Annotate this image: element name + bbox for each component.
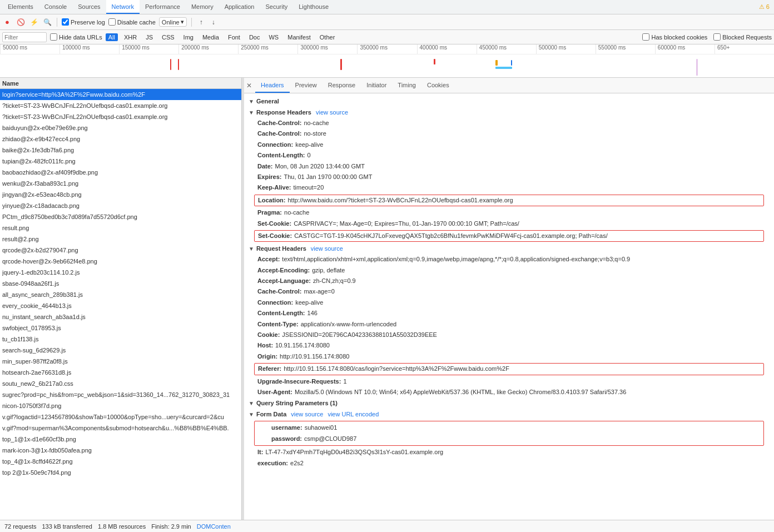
tab-elements[interactable]: Elements	[2, 0, 39, 14]
request-item[interactable]: ?ticket=ST-23-WvBCnJFnL22nOUefbqsd-cas01…	[0, 111, 241, 122]
clear-button[interactable]: 🚫	[16, 17, 26, 27]
tab-preview[interactable]: Preview	[290, 78, 322, 93]
header-value: application/x-www-form-urlencoded	[301, 320, 396, 329]
header-name: Origin:	[257, 352, 277, 361]
tab-timing[interactable]: Timing	[392, 78, 421, 93]
filter-type-img[interactable]: Img	[181, 33, 196, 41]
filter-type-xhr[interactable]: XHR	[121, 33, 140, 41]
general-section-header[interactable]: ▼ General	[244, 96, 774, 107]
filter-type-manifest[interactable]: Manifest	[285, 33, 314, 41]
download-button[interactable]: ↓	[209, 17, 219, 27]
request-item[interactable]: every_cookie_4644b13.js	[0, 300, 241, 311]
request-item[interactable]: soutu_new2_6b217a0.css	[0, 378, 241, 389]
request-item[interactable]: ?ticket=ST-23-WvBCnJFnL22nOUefbqsd-cas01…	[0, 100, 241, 111]
filter-type-media[interactable]: Media	[200, 33, 222, 41]
timeline: 50000 ms 100000 ms 150000 ms 200000 ms 2…	[0, 44, 774, 78]
request-item[interactable]: search-sug_6d29629.js	[0, 345, 241, 356]
header-value: CASTGC=TGT-19-K045cHKJ7LoFxevegQAX5Ttgb2…	[294, 232, 608, 240]
request-item[interactable]: baiduyun@2x-e0be79e69e.png	[0, 122, 241, 133]
tab-network[interactable]: Network	[106, 0, 140, 14]
tab-headers[interactable]: Headers	[255, 78, 290, 93]
request-item[interactable]: baike@2x-1fe3db7fa6.png	[0, 145, 241, 156]
tab-application[interactable]: Application	[219, 0, 260, 14]
tab-cookies[interactable]: Cookies	[421, 78, 455, 93]
record-button[interactable]: ●	[2, 17, 12, 27]
form-data-section-header[interactable]: ▼ Form Data view source view URL encoded	[244, 409, 774, 420]
request-item[interactable]: swfobject_0178953.js	[0, 322, 241, 334]
tab-sources[interactable]: Sources	[72, 0, 106, 14]
request-item[interactable]: baobaozhidao@2x-af409f9dbe.png	[0, 167, 241, 178]
preserve-log-input[interactable]	[62, 18, 69, 26]
header-name: Set-Cookie:	[258, 232, 292, 240]
request-item[interactable]: wenku@2x-f3aba893c1.png	[0, 178, 241, 189]
request-item[interactable]: sugrec?prod=pc_his&from=pc_web&json=1&si…	[0, 389, 241, 400]
filter-input[interactable]	[2, 32, 47, 42]
has-blocked-cookies-checkbox[interactable]: Has blocked cookies	[642, 33, 707, 41]
form-data-view-source[interactable]: view source	[291, 411, 323, 417]
blocked-requests-input[interactable]	[713, 33, 721, 41]
search-icon[interactable]: 🔍	[42, 17, 52, 27]
request-item[interactable]: hotsearch-2ae76631d8.js	[0, 367, 241, 378]
request-item[interactable]: all_async_search_289b381.js	[0, 289, 241, 300]
request-item[interactable]: yinyue@2x-c18adacacb.png	[0, 200, 241, 211]
request-item[interactable]: top_1@1x-d1e660cf3b.png	[0, 434, 241, 445]
request-item[interactable]: sbase-0948aa26f1.js	[0, 278, 241, 289]
filter-type-ws[interactable]: WS	[266, 33, 281, 41]
request-item[interactable]: v.gif?logactid=1234567890&showTab=10000&…	[0, 411, 241, 422]
filter-type-css[interactable]: CSS	[159, 33, 177, 41]
request-item[interactable]: result.png	[0, 222, 241, 233]
preserve-log-checkbox[interactable]: Preserve log	[62, 18, 105, 26]
disable-cache-checkbox[interactable]: Disable cache	[108, 18, 156, 26]
request-item[interactable]: top_4@1x-8cffd4622f.png	[0, 456, 241, 467]
tab-lighthouse[interactable]: Lighthouse	[293, 0, 334, 14]
tab-response[interactable]: Response	[322, 78, 361, 93]
upload-button[interactable]: ↑	[196, 17, 206, 27]
form-data-view-url-encoded[interactable]: view URL encoded	[328, 411, 379, 417]
request-item[interactable]: jingyan@2x-e53eac48cb.png	[0, 189, 241, 200]
tab-memory[interactable]: Memory	[186, 0, 219, 14]
tab-performance[interactable]: Performance	[140, 0, 186, 14]
request-item[interactable]: qrcode-hover@2x-9eb662f4e8.png	[0, 256, 241, 267]
filter-type-font[interactable]: Font	[225, 33, 243, 41]
response-headers-view-source[interactable]: view source	[316, 109, 348, 116]
request-item[interactable]: result@2.png	[0, 233, 241, 245]
blocked-requests-checkbox[interactable]: Blocked Requests	[713, 33, 772, 41]
request-headers-section-header[interactable]: ▼ Request Headers view source	[244, 243, 774, 254]
form-data-container: username:suhaowei01password:csmp@CLOUD98…	[244, 421, 774, 469]
request-item[interactable]: zhidao@2x-e9b427ecc4.png	[0, 133, 241, 145]
query-params-section-header[interactable]: ▼ Query String Parameters (1)	[244, 397, 774, 409]
detail-close-button[interactable]: ✕	[246, 82, 252, 90]
request-item[interactable]: tu_cb1f138.js	[0, 334, 241, 345]
tab-console[interactable]: Console	[39, 0, 72, 14]
request-list[interactable]: Name login?service=http%3A%2F%2Fwww.baid…	[0, 78, 242, 532]
disable-cache-input[interactable]	[108, 18, 116, 26]
request-item[interactable]: min_super-987ff2a0f8.js	[0, 356, 241, 367]
request-item[interactable]: mark-icon-3@1x-fdb050afea.png	[0, 445, 241, 456]
request-item[interactable]: tupian@2x-482fc011fc.png	[0, 156, 241, 167]
response-headers-section-header[interactable]: ▼ Response Headers view source	[244, 107, 774, 118]
header-name: Content-Length:	[257, 309, 305, 317]
request-item[interactable]: nicon-10750f3f7d.png	[0, 400, 241, 411]
general-toggle: ▼	[249, 98, 254, 105]
throttle-select[interactable]: Online ▾	[159, 17, 187, 27]
request-item[interactable]: login?service=http%3A%2F%2Fwww.baidu.com…	[0, 89, 241, 100]
request-item[interactable]: top 2@1x-50e9c7fd4.png	[0, 467, 241, 478]
filter-icon[interactable]: ⚡	[29, 17, 39, 27]
header-value: Mozilla/5.0 (Windows NT 10.0; Win64; x64…	[295, 388, 626, 396]
has-blocked-cookies-input[interactable]	[642, 33, 649, 41]
tab-security[interactable]: Security	[260, 0, 293, 14]
request-item[interactable]: v.gif?mod=superman%3Acomponents&submod=h…	[0, 422, 241, 434]
request-item[interactable]: jquery-1-edb203c114.10.2.js	[0, 267, 241, 278]
request-item[interactable]: qrcode@2x-b2d279047.png	[0, 245, 241, 256]
filter-type-doc[interactable]: Doc	[246, 33, 263, 41]
request-headers-view-source[interactable]: view source	[311, 245, 343, 252]
request-item[interactable]: PCtm_d9c8750bed0b3c7d089fa7d55720d6cf.pn…	[0, 211, 241, 222]
request-item-name: hotsearch-2ae76631d8.js	[2, 369, 239, 376]
tab-initiator[interactable]: Initiator	[361, 78, 392, 93]
request-item[interactable]: nu_instant_search_ab3aa1d.js	[0, 311, 241, 322]
filter-type-all[interactable]: All	[106, 33, 118, 41]
hide-data-urls-input[interactable]	[50, 33, 57, 41]
filter-type-js[interactable]: JS	[143, 33, 156, 41]
filter-type-other[interactable]: Other	[317, 33, 338, 41]
hide-data-urls-checkbox[interactable]: Hide data URLs	[50, 33, 102, 41]
